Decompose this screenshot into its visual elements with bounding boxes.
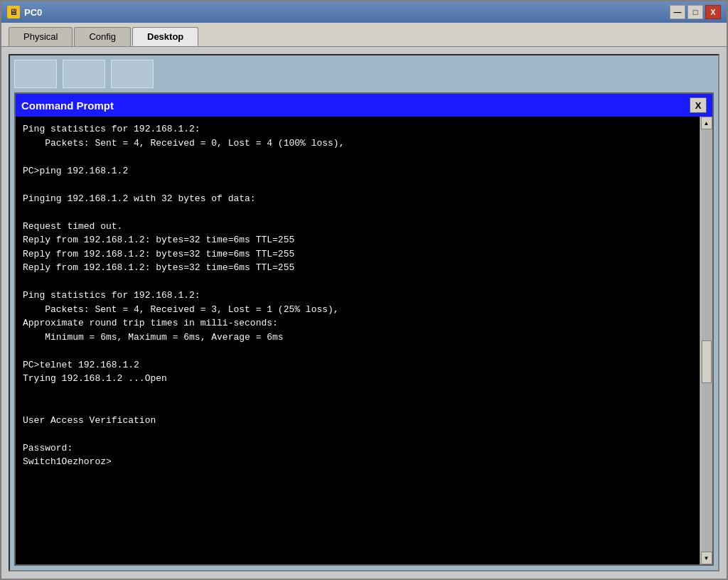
scrollbar-thumb[interactable] xyxy=(702,340,712,383)
content-area: Command Prompt X Ping statistics for 192… xyxy=(1,46,727,579)
tab-bar: Physical Config Desktop xyxy=(1,23,727,46)
cmd-scrollbar: ▲ ▼ xyxy=(700,117,712,564)
tab-config[interactable]: Config xyxy=(74,27,131,46)
cmd-body: Ping statistics for 192.168.1.2: Packets… xyxy=(16,117,712,564)
desktop-icon-3 xyxy=(111,60,154,88)
scrollbar-down-button[interactable]: ▼ xyxy=(701,552,712,564)
maximize-button[interactable]: □ xyxy=(687,5,703,19)
desktop-icon-2 xyxy=(63,60,105,88)
desktop-icons-row xyxy=(14,60,714,88)
tab-physical[interactable]: Physical xyxy=(9,27,73,46)
window-title: PC0 xyxy=(24,7,42,18)
tab-desktop[interactable]: Desktop xyxy=(132,27,198,46)
desktop-icon-1 xyxy=(14,60,57,88)
app-icon: 🖥 xyxy=(7,6,20,18)
title-bar-left: 🖥 PC0 xyxy=(7,6,42,18)
scrollbar-up-button[interactable]: ▲ xyxy=(701,117,712,129)
scrollbar-track[interactable] xyxy=(701,129,712,552)
desktop-surface: Command Prompt X Ping statistics for 192… xyxy=(9,54,719,571)
title-buttons: — □ X xyxy=(670,5,721,19)
cmd-text-area[interactable]: Ping statistics for 192.168.1.2: Packets… xyxy=(16,117,700,564)
command-prompt-window: Command Prompt X Ping statistics for 192… xyxy=(14,92,714,566)
title-bar: 🖥 PC0 — □ X xyxy=(1,1,727,23)
cmd-close-button[interactable]: X xyxy=(690,97,707,113)
cmd-title-text: Command Prompt xyxy=(21,100,114,112)
cmd-title-bar: Command Prompt X xyxy=(16,94,712,117)
window-close-button[interactable]: X xyxy=(705,5,721,19)
main-window: 🖥 PC0 — □ X Physical Config Desktop xyxy=(0,0,728,580)
minimize-button[interactable]: — xyxy=(670,5,685,19)
